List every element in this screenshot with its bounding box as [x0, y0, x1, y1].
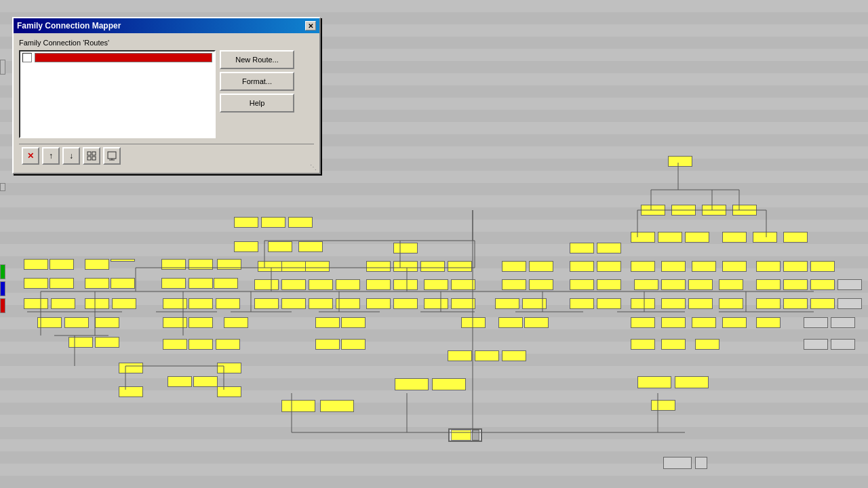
- tree-node[interactable]: [448, 350, 472, 361]
- tree-node[interactable]: [393, 279, 418, 290]
- tree-node[interactable]: [702, 205, 726, 216]
- tree-node[interactable]: [597, 261, 621, 272]
- tree-node[interactable]: [502, 261, 526, 272]
- tree-node[interactable]: [756, 298, 781, 309]
- tree-node[interactable]: [502, 279, 526, 290]
- tree-node[interactable]: [722, 232, 747, 243]
- tree-node[interactable]: [315, 317, 340, 328]
- tree-node[interactable]: [161, 259, 186, 270]
- tree-node[interactable]: [753, 232, 777, 243]
- tree-node-selected[interactable]: [448, 428, 482, 442]
- tree-node[interactable]: [254, 279, 279, 290]
- tree-node[interactable]: [831, 339, 855, 350]
- tree-node[interactable]: [529, 261, 553, 272]
- tree-node[interactable]: [475, 350, 499, 361]
- tree-node[interactable]: [24, 278, 48, 289]
- tree-node[interactable]: [495, 298, 519, 309]
- tree-node[interactable]: [597, 243, 621, 253]
- tree-node[interactable]: [68, 337, 93, 348]
- tree-node[interactable]: [719, 279, 743, 290]
- tree-node[interactable]: [570, 279, 594, 290]
- tree-node[interactable]: [309, 279, 333, 290]
- tree-node[interactable]: [85, 259, 109, 270]
- close-button[interactable]: ✕: [305, 21, 316, 30]
- tree-node[interactable]: [432, 378, 466, 390]
- tree-node[interactable]: [637, 376, 671, 388]
- tree-node[interactable]: [804, 339, 828, 350]
- tree-node[interactable]: [24, 298, 48, 309]
- tree-node[interactable]: [685, 232, 709, 243]
- tree-node[interactable]: [281, 400, 315, 412]
- tree-node[interactable]: [597, 279, 621, 290]
- tree-node[interactable]: [810, 298, 835, 309]
- tree-node[interactable]: [281, 298, 306, 309]
- tree-node[interactable]: [722, 317, 747, 328]
- tree-node[interactable]: [661, 339, 686, 350]
- help-button[interactable]: Help: [220, 94, 294, 113]
- tree-node[interactable]: [837, 279, 862, 290]
- tree-node[interactable]: [661, 261, 686, 272]
- tree-node[interactable]: [85, 278, 109, 289]
- tree-node[interactable]: [288, 217, 313, 228]
- tree-node[interactable]: [448, 261, 472, 272]
- tree-node[interactable]: [756, 279, 781, 290]
- tree-node[interactable]: [189, 278, 213, 289]
- tree-node[interactable]: [756, 261, 781, 272]
- tree-node[interactable]: [783, 279, 808, 290]
- tree-node[interactable]: [366, 261, 391, 272]
- tree-node[interactable]: [783, 261, 808, 272]
- tree-node[interactable]: [216, 298, 240, 309]
- tree-node[interactable]: [522, 298, 547, 309]
- tree-node[interactable]: [320, 400, 354, 412]
- resize-handle[interactable]: ⋱: [310, 163, 318, 171]
- tree-node[interactable]: [393, 243, 418, 253]
- tree-node[interactable]: [50, 278, 74, 289]
- tree-node[interactable]: [631, 261, 655, 272]
- route-checkbox[interactable]: [22, 53, 32, 62]
- tree-node[interactable]: [570, 243, 594, 253]
- tree-node[interactable]: [570, 261, 594, 272]
- tree-node[interactable]: [810, 261, 835, 272]
- tree-node[interactable]: [529, 279, 553, 290]
- tree-node[interactable]: [305, 261, 330, 272]
- tree-node[interactable]: [234, 217, 258, 228]
- tree-node[interactable]: [424, 279, 448, 290]
- tree-node[interactable]: [498, 317, 523, 328]
- tree-node[interactable]: [51, 298, 75, 309]
- tree-node[interactable]: [64, 317, 89, 328]
- tree-node[interactable]: [524, 317, 549, 328]
- tree-node[interactable]: [112, 298, 136, 309]
- tree-node[interactable]: [119, 363, 143, 373]
- tree-node[interactable]: [668, 156, 692, 167]
- tree-node[interactable]: [95, 317, 119, 328]
- tree-node[interactable]: [688, 279, 713, 290]
- tree-node[interactable]: [163, 317, 187, 328]
- tree-node[interactable]: [216, 339, 240, 350]
- tree-node[interactable]: [217, 363, 241, 373]
- tree-node[interactable]: [451, 279, 475, 290]
- tree-node[interactable]: [258, 261, 282, 272]
- tree-node[interactable]: [336, 298, 360, 309]
- tree-node[interactable]: [119, 386, 143, 397]
- tree-node[interactable]: [631, 232, 655, 243]
- tree-node[interactable]: [570, 298, 594, 309]
- tree-node[interactable]: [804, 317, 828, 328]
- tree-node[interactable]: [641, 205, 665, 216]
- tree-node[interactable]: [695, 457, 707, 469]
- tree-node[interactable]: [671, 205, 696, 216]
- tree-node[interactable]: [631, 339, 655, 350]
- tree-node[interactable]: [597, 298, 621, 309]
- tree-node[interactable]: [366, 298, 391, 309]
- move-down-button[interactable]: ↓: [62, 147, 80, 165]
- tree-node[interactable]: [831, 317, 855, 328]
- tree-node[interactable]: [695, 339, 719, 350]
- new-route-button[interactable]: New Route...: [220, 50, 294, 69]
- delete-button[interactable]: ✕: [22, 147, 39, 165]
- tree-node[interactable]: [268, 241, 292, 252]
- tree-node[interactable]: [461, 317, 486, 328]
- route-list-item[interactable]: [20, 52, 214, 64]
- tree-node[interactable]: [732, 205, 757, 216]
- tree-node[interactable]: [161, 278, 186, 289]
- tree-node[interactable]: [254, 298, 279, 309]
- tree-node[interactable]: [658, 232, 682, 243]
